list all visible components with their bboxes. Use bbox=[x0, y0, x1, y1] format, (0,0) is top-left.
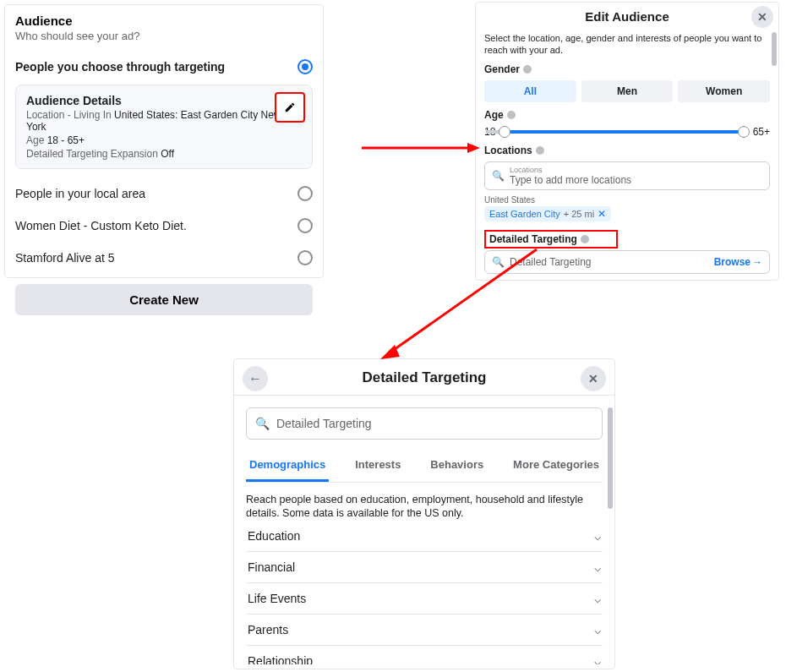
option-targeting[interactable]: People you choose through targeting bbox=[15, 59, 313, 74]
option-label: Women Diet - Custom Keto Diet. bbox=[15, 219, 187, 232]
category-financial[interactable]: Financial ⌵ bbox=[246, 552, 603, 583]
gender-label: Gender bbox=[484, 63, 520, 75]
scrollbar[interactable] bbox=[772, 32, 777, 66]
panel2-body: Select the location, age, gender and int… bbox=[476, 29, 778, 278]
category-label: Financial bbox=[248, 560, 295, 574]
category-label: Education bbox=[248, 529, 300, 543]
panel2-title: Edit Audience bbox=[585, 9, 669, 24]
tab-behaviors[interactable]: Behaviors bbox=[427, 451, 487, 482]
location-chip-area: United States East Garden City + 25 mi ✕ bbox=[484, 195, 770, 221]
detailed-targeting-label-wrap: Detailed Targeting bbox=[484, 230, 618, 249]
age-slider-row: 18 65+ bbox=[484, 126, 770, 138]
chip-remove-icon[interactable]: ✕ bbox=[598, 208, 606, 220]
back-button[interactable]: ← bbox=[243, 366, 268, 391]
targeting-tabs: Demographics Interests Behaviors More Ca… bbox=[246, 451, 603, 483]
close-button[interactable]: ✕ bbox=[581, 366, 606, 391]
age-slider[interactable] bbox=[502, 130, 745, 134]
option-label: Stamford Alive at 5 bbox=[15, 251, 115, 265]
dte-value: Off bbox=[161, 148, 174, 160]
search-icon: 🔍 bbox=[492, 256, 505, 268]
arrow-left-icon: ← bbox=[248, 371, 262, 386]
detailed-targeting-label: Detailed Targeting bbox=[489, 233, 577, 245]
gender-women[interactable]: Women bbox=[678, 80, 770, 102]
age-value: 18 - 65+ bbox=[47, 134, 85, 146]
option-label: People in your local area bbox=[15, 187, 145, 200]
age-max: 65+ bbox=[753, 126, 770, 138]
detailed-targeting-search[interactable]: 🔍 Detailed Targeting bbox=[246, 407, 603, 440]
radio-unselected[interactable] bbox=[297, 218, 313, 233]
locations-label-row: Locations bbox=[484, 145, 770, 156]
panel3-title: Detailed Targeting bbox=[362, 369, 486, 385]
gender-label-row: Gender bbox=[484, 63, 770, 75]
panel-subtitle: Who should see your ad? bbox=[15, 30, 313, 42]
panel3-body: 🔍 Detailed Targeting Demographics Intere… bbox=[234, 396, 614, 664]
tab-more-categories[interactable]: More Categories bbox=[510, 451, 603, 482]
slider-thumb-min[interactable] bbox=[499, 126, 510, 138]
chevron-down-icon: ⌵ bbox=[594, 529, 601, 543]
chip-radius: + 25 mi bbox=[564, 209, 594, 219]
location-chip[interactable]: East Garden City + 25 mi ✕ bbox=[484, 206, 611, 221]
gender-men[interactable]: Men bbox=[581, 80, 674, 102]
create-new-button[interactable]: Create New bbox=[15, 284, 313, 315]
radio-unselected[interactable] bbox=[297, 186, 313, 201]
arrow-right-icon: → bbox=[752, 256, 762, 268]
card-dte-line: Detailed Targeting Expansion Off bbox=[26, 148, 302, 160]
browse-button[interactable]: Browse → bbox=[714, 256, 762, 268]
locations-input[interactable]: 🔍 Locations Type to add more locations bbox=[484, 161, 770, 190]
info-icon[interactable] bbox=[581, 235, 589, 243]
detailed-targeting-label-row: Detailed Targeting bbox=[489, 233, 589, 245]
category-education[interactable]: Education ⌵ bbox=[246, 521, 603, 552]
close-button[interactable]: ✕ bbox=[751, 6, 773, 28]
annotation-arrow-1 bbox=[362, 139, 480, 156]
radio-unselected[interactable] bbox=[297, 250, 313, 265]
gender-segments: All Men Women bbox=[484, 80, 770, 102]
category-relationship[interactable]: Relationship ⌵ bbox=[246, 646, 603, 665]
search-icon: 🔍 bbox=[492, 170, 505, 182]
info-icon[interactable] bbox=[523, 65, 532, 74]
option-women-diet[interactable]: Women Diet - Custom Keto Diet. bbox=[15, 218, 313, 233]
gender-all[interactable]: All bbox=[484, 80, 576, 102]
tab-demographics[interactable]: Demographics bbox=[246, 451, 329, 482]
demographics-description: Reach people based on education, employm… bbox=[246, 493, 603, 521]
card-age-line: Age 18 - 65+ bbox=[26, 134, 302, 146]
slider-thumb-max[interactable] bbox=[738, 126, 750, 138]
panel2-header: Edit Audience ✕ bbox=[476, 3, 778, 29]
search-icon: 🔍 bbox=[255, 417, 270, 430]
card-location-line: Location - Living In United States: East… bbox=[26, 109, 302, 133]
locations-input-stack: Locations Type to add more locations bbox=[510, 166, 631, 186]
search-placeholder: Detailed Targeting bbox=[276, 417, 372, 430]
browse-label: Browse bbox=[714, 256, 751, 268]
category-label: Life Events bbox=[248, 592, 306, 605]
close-icon: ✕ bbox=[588, 372, 598, 385]
detailed-targeting-input[interactable]: 🔍 Detailed Targeting Browse → bbox=[484, 250, 770, 274]
radio-selected[interactable] bbox=[297, 59, 313, 74]
pencil-icon bbox=[284, 101, 296, 113]
chevron-down-icon: ⌵ bbox=[594, 654, 601, 665]
edit-button[interactable] bbox=[275, 92, 305, 123]
locations-label: Locations bbox=[484, 145, 532, 156]
category-life-events[interactable]: Life Events ⌵ bbox=[246, 583, 603, 615]
chevron-down-icon: ⌵ bbox=[594, 623, 601, 636]
option-targeting-label: People you choose through targeting bbox=[15, 60, 225, 74]
country-label: United States bbox=[484, 195, 770, 205]
panel2-description: Select the location, age, gender and int… bbox=[484, 32, 770, 57]
locations-placeholder: Type to add more locations bbox=[510, 174, 631, 186]
info-icon[interactable] bbox=[536, 146, 544, 155]
chip-city: East Garden City bbox=[489, 209, 560, 219]
category-parents[interactable]: Parents ⌵ bbox=[246, 615, 603, 646]
option-local-area[interactable]: People in your local area bbox=[15, 186, 313, 201]
edit-audience-panel: Edit Audience ✕ Select the location, age… bbox=[475, 2, 779, 281]
dte-prefix: Detailed Targeting Expansion bbox=[26, 148, 161, 160]
tab-interests[interactable]: Interests bbox=[352, 451, 404, 482]
detailed-targeting-panel: ← Detailed Targeting ✕ 🔍 Detailed Target… bbox=[233, 358, 615, 669]
scrollbar[interactable] bbox=[608, 407, 613, 509]
info-icon[interactable] bbox=[507, 111, 516, 119]
close-icon: ✕ bbox=[757, 10, 767, 24]
category-label: Relationship bbox=[248, 654, 313, 665]
category-label: Parents bbox=[248, 623, 288, 636]
panel-title: Audience bbox=[15, 14, 313, 28]
option-stamford[interactable]: Stamford Alive at 5 bbox=[15, 250, 313, 265]
age-prefix: Age bbox=[26, 134, 47, 146]
suggested-label: Suggested For You bbox=[484, 277, 770, 278]
dt-input-left: 🔍 Detailed Targeting bbox=[492, 256, 592, 268]
